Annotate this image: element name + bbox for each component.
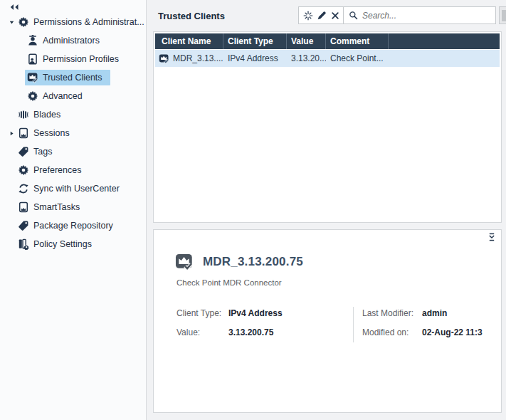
panel-collapse-icon[interactable]	[487, 233, 497, 242]
gear-icon	[18, 16, 29, 28]
clipped-edge-button[interactable]	[499, 6, 506, 24]
field-value-value: 3.13.200.75	[228, 327, 273, 337]
details-title: MDR_3.13.200.75	[203, 255, 303, 269]
session-icon	[18, 127, 29, 139]
blades-icon	[18, 109, 29, 120]
sidebar-collapse-icon[interactable]	[9, 4, 19, 11]
chevron-right-icon[interactable]	[9, 131, 16, 136]
field-value-last-modifier: admin	[422, 308, 447, 318]
sidebar-item-label: Permissions & Administrat...	[33, 17, 144, 27]
main-content: Trusted Clients Client Name Client Type …	[147, 0, 506, 420]
cell-comment: Check Point...	[326, 53, 389, 63]
sidebar-item-permission-profiles[interactable]: Permission Profiles	[0, 50, 146, 68]
field-label-modified-on: Modified on:	[362, 327, 422, 337]
sidebar-item-advanced[interactable]: Advanced	[0, 87, 146, 105]
gear-icon	[27, 90, 38, 102]
sidebar: Permissions & Administrat... Administrat…	[0, 0, 147, 420]
sidebar-item-administrators[interactable]: Administrators	[0, 31, 146, 50]
sidebar-item-label: Sessions	[33, 128, 70, 138]
details-subtitle: Check Point MDR Connector	[176, 278, 282, 287]
gear-icon	[18, 164, 29, 176]
edit-pencil-icon	[317, 11, 327, 21]
sidebar-item-smarttasks[interactable]: SmartTasks	[0, 198, 146, 216]
sidebar-item-label: Blades	[33, 110, 60, 120]
navigation-tree: Permissions & Administrat... Administrat…	[0, 13, 146, 253]
delete-x-icon	[330, 11, 340, 21]
sidebar-item-label: Policy Settings	[33, 239, 92, 249]
sidebar-item-trusted-clients[interactable]: Trusted Clients	[0, 68, 146, 87]
new-sparkle-icon	[303, 11, 313, 21]
sidebar-item-label: Package Repository	[33, 221, 113, 231]
sidebar-item-label: Tags	[33, 147, 52, 157]
field-value-client-type: IPv4 Address	[228, 308, 283, 318]
cell-client-name: MDR_3.13....	[173, 53, 223, 63]
sidebar-item-label: Preferences	[33, 165, 81, 175]
page-title: Trusted Clients	[158, 11, 225, 21]
sidebar-item-label: Permission Profiles	[43, 54, 119, 64]
new-button[interactable]	[301, 9, 315, 22]
permission-profile-icon	[27, 53, 38, 65]
sidebar-item-label: Trusted Clients	[43, 73, 102, 83]
sidebar-item-label: Sync with UserCenter	[33, 184, 120, 194]
edit-button[interactable]	[315, 9, 328, 22]
sidebar-item-sessions[interactable]: Sessions	[0, 124, 146, 142]
sidebar-item-tags[interactable]: Tags	[0, 142, 146, 161]
tag-icon	[18, 146, 29, 157]
field-label-client-type: Client Type:	[176, 308, 228, 318]
sidebar-item-package-repository[interactable]: Package Repository	[0, 216, 146, 235]
delete-button[interactable]	[328, 9, 342, 22]
search-box	[343, 6, 496, 24]
details-panel: MDR_3.13.200.75 Check Point MDR Connecto…	[153, 229, 502, 413]
column-header-client-name[interactable]: Client Name	[155, 33, 223, 49]
table-row[interactable]: MDR_3.13.... IPv4 Address 3.13.20... Che…	[155, 50, 500, 67]
cell-client-type: IPv4 Address	[223, 53, 287, 63]
search-input[interactable]	[362, 11, 495, 21]
column-header-comment[interactable]: Comment	[326, 33, 389, 49]
sidebar-item-label: Administrators	[43, 36, 100, 46]
chevron-down-icon[interactable]	[9, 20, 16, 25]
field-label-value: Value:	[176, 327, 228, 337]
trusted-client-icon	[159, 53, 169, 64]
sidebar-item-label: Advanced	[43, 91, 83, 101]
sync-icon	[18, 183, 29, 194]
fields-divider	[353, 307, 354, 342]
field-label-last-modifier: Last Modifier:	[362, 308, 422, 318]
sidebar-item-label: SmartTasks	[33, 202, 80, 212]
toolbar	[298, 6, 344, 24]
sidebar-item-policy-settings[interactable]: Policy Settings	[0, 235, 146, 253]
trusted-client-icon	[27, 72, 38, 83]
package-icon	[18, 220, 29, 231]
sidebar-item-preferences[interactable]: Preferences	[0, 161, 146, 179]
trusted-client-badge-icon	[175, 253, 194, 271]
column-header-client-type[interactable]: Client Type	[223, 33, 287, 49]
table-header: Client Name Client Type Value Comment	[155, 33, 500, 49]
smarttask-icon	[18, 201, 29, 213]
sidebar-item-sync-usercenter[interactable]: Sync with UserCenter	[0, 179, 146, 198]
column-header-value[interactable]: Value	[287, 33, 326, 49]
policy-settings-icon	[18, 238, 29, 250]
sidebar-item-permissions-administrators[interactable]: Permissions & Administrat...	[0, 13, 146, 31]
field-value-modified-on: 02-Aug-22 11:3	[422, 327, 483, 337]
trusted-clients-list-panel: Client Name Client Type Value Comment MD…	[153, 31, 502, 223]
administrator-icon	[27, 35, 38, 46]
search-icon	[349, 11, 358, 20]
cell-value: 3.13.20...	[287, 53, 326, 63]
sidebar-item-blades[interactable]: Blades	[0, 105, 146, 124]
